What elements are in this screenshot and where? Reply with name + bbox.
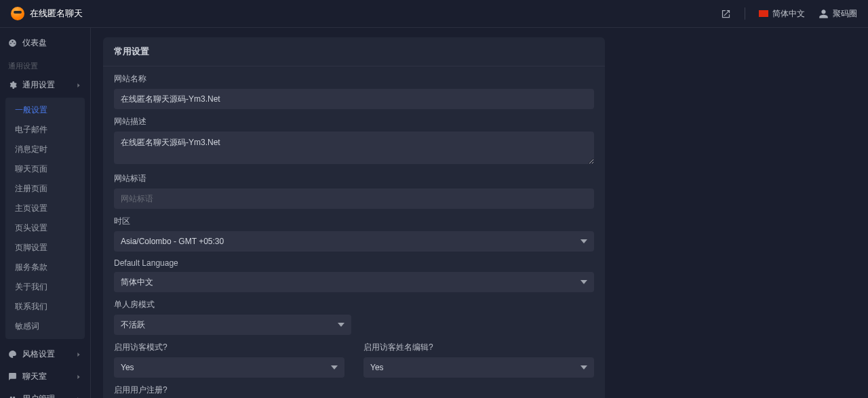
chat-icon (8, 372, 17, 381)
main-content: 常用设置 网站名称 网站描述 网站标语 时区 Asia/Co (91, 28, 868, 398)
sidebar-sub-register[interactable]: 注册页面 (5, 179, 85, 199)
sidebar-item-style[interactable]: 风格设置 (0, 343, 90, 365)
sidebar-item-chatroom[interactable]: 聊天室 (0, 365, 90, 388)
chevron-right-icon (75, 351, 82, 358)
header-right: 简体中文 聚码圈 (721, 7, 857, 20)
sidebar-label: 风格设置 (22, 349, 55, 360)
chevron-right-icon (75, 374, 82, 380)
site-desc-input[interactable] (114, 132, 594, 164)
dashboard-icon (8, 39, 17, 47)
app-name: 在线匿名聊天 (30, 7, 83, 20)
sidebar-sub-about[interactable]: 关于我们 (5, 277, 85, 297)
flag-icon (759, 10, 768, 17)
external-link-icon (721, 9, 731, 19)
sidebar-label: 通用设置 (22, 79, 55, 91)
sidebar-submenu: 一般设置 电子邮件 消息定时 聊天页面 注册页面 主页设置 页头设置 页脚设置 … (5, 98, 85, 339)
sidebar-label: 用户管理 (22, 393, 55, 398)
sidebar-sub-homepage[interactable]: 主页设置 (5, 199, 85, 218)
header-divider (745, 7, 745, 20)
card-title: 常用设置 (103, 37, 605, 66)
guest-mode-select[interactable]: Yes (114, 357, 344, 378)
sidebar-sub-timer[interactable]: 消息定时 (5, 140, 85, 159)
users-icon (8, 395, 17, 398)
guest-name-edit-label: 启用访客姓名编辑? (363, 342, 594, 353)
sidebar-sub-tos[interactable]: 服务条款 (5, 258, 85, 277)
sidebar-sub-contact[interactable]: 联系我们 (5, 297, 85, 317)
logo-icon (11, 7, 24, 20)
sidebar-item-users[interactable]: 用户管理 (0, 388, 90, 398)
sidebar-label: 仪表盘 (22, 37, 47, 49)
default-lang-select[interactable]: 简体中文 (114, 272, 594, 292)
username: 聚码圈 (833, 8, 857, 20)
sidebar-sub-header[interactable]: 页头设置 (5, 218, 85, 238)
external-link-button[interactable] (721, 9, 731, 19)
timezone-select[interactable]: Asia/Colombo - GMT +05:30 (114, 231, 594, 252)
sidebar-sub-chatpage[interactable]: 聊天页面 (5, 159, 85, 179)
app-header: 在线匿名聊天 简体中文 聚码圈 (0, 0, 868, 28)
site-desc-label: 网站描述 (114, 116, 594, 127)
chevron-right-icon (75, 82, 82, 89)
chevron-right-icon (75, 396, 82, 399)
user-reg-label: 启用用户注册? (114, 384, 594, 396)
site-name-input[interactable] (114, 89, 594, 109)
sidebar-sub-sensitive[interactable]: 敏感词 (5, 317, 85, 336)
sidebar-sub-general[interactable]: 一般设置 (5, 100, 85, 120)
sidebar-item-general[interactable]: 通用设置 (0, 74, 90, 96)
sidebar: 仪表盘 通用设置 通用设置 一般设置 电子邮件 消息定时 聊天页面 注册页面 主… (0, 28, 91, 398)
guest-mode-label: 启用访客模式? (114, 342, 344, 353)
site-slogan-label: 网站标语 (114, 173, 594, 184)
default-lang-label: Default Language (114, 258, 594, 268)
timezone-label: 时区 (114, 216, 594, 227)
single-room-label: 单人房模式 (114, 299, 594, 311)
gear-icon (8, 81, 17, 89)
sidebar-sub-footer[interactable]: 页脚设置 (5, 238, 85, 258)
language-selector[interactable]: 简体中文 (759, 8, 805, 20)
settings-card: 常用设置 网站名称 网站描述 网站标语 时区 Asia/Co (103, 37, 605, 398)
site-name-label: 网站名称 (114, 73, 594, 85)
palette-icon (8, 350, 17, 359)
sidebar-item-dashboard[interactable]: 仪表盘 (0, 32, 90, 54)
guest-name-edit-select[interactable]: Yes (363, 357, 594, 378)
sidebar-section-label: 通用设置 (0, 54, 90, 74)
site-slogan-input[interactable] (114, 188, 594, 209)
user-icon (818, 9, 829, 19)
sidebar-sub-email[interactable]: 电子邮件 (5, 120, 85, 140)
user-menu[interactable]: 聚码圈 (818, 8, 857, 20)
single-room-select[interactable]: 不活跃 (114, 315, 351, 335)
sidebar-label: 聊天室 (22, 371, 47, 382)
app-logo[interactable]: 在线匿名聊天 (11, 7, 83, 20)
language-label: 简体中文 (772, 8, 805, 20)
